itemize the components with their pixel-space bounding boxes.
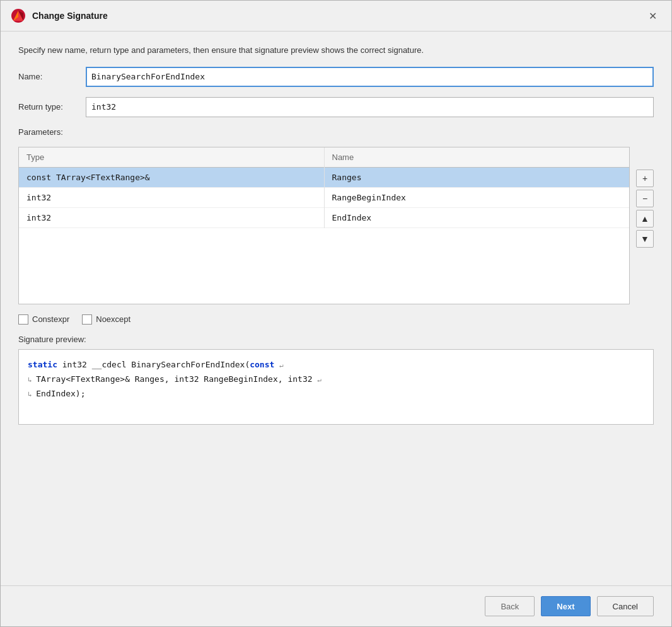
- sig-line1-rest: int32 __cdecl BinarySearchForEndIndex(: [62, 360, 250, 369]
- sig-wrap-icon-1: ↵: [279, 361, 284, 369]
- sig-const-keyword: const: [250, 360, 274, 369]
- table-empty-area: [19, 228, 629, 304]
- col-name-header: Name: [324, 147, 629, 168]
- name-input[interactable]: [86, 67, 654, 87]
- table-side-buttons: + − ▲ ▼: [636, 147, 654, 248]
- checkboxes-row: Constexpr Noexcept: [18, 314, 654, 325]
- sig-wrap-icon-4: ↳: [28, 390, 36, 398]
- name-label: Name:: [18, 72, 78, 81]
- return-type-row: Return type:: [18, 97, 654, 117]
- next-button[interactable]: Next: [541, 596, 590, 616]
- remove-param-button[interactable]: −: [636, 190, 654, 207]
- param-name-cell: RangeBeginIndex: [324, 187, 629, 207]
- move-up-button[interactable]: ▲: [636, 210, 654, 227]
- parameters-label: Parameters:: [18, 127, 654, 137]
- return-type-input[interactable]: [86, 97, 654, 117]
- table-header-row: Type Name: [19, 147, 629, 168]
- param-type-cell: int32: [19, 187, 324, 207]
- constexpr-checkbox[interactable]: Constexpr: [18, 314, 69, 325]
- title-bar: Change Signature ✕: [1, 1, 671, 32]
- table-row[interactable]: const TArray<FTextRange>&Ranges: [19, 167, 629, 187]
- sig-line3-rest: EndIndex);: [36, 389, 85, 398]
- signature-preview-section: Signature preview: static int32 __cdecl …: [18, 335, 654, 425]
- noexcept-checkbox[interactable]: Noexcept: [82, 314, 130, 325]
- param-type-cell: int32: [19, 207, 324, 227]
- move-down-button[interactable]: ▼: [636, 230, 654, 248]
- sig-line-3: ↳ EndIndex);: [28, 386, 644, 401]
- description-text: Specify new name, return type and parame…: [18, 44, 654, 57]
- sig-wrap-icon-3: ↵: [317, 376, 322, 384]
- dialog-content: Specify new name, return type and parame…: [1, 32, 671, 585]
- name-row: Name:: [18, 67, 654, 87]
- noexcept-checkbox-box[interactable]: [82, 314, 92, 325]
- change-signature-dialog: Change Signature ✕ Specify new name, ret…: [0, 0, 672, 627]
- noexcept-label: Noexcept: [96, 314, 130, 324]
- close-button[interactable]: ✕: [644, 7, 661, 25]
- table-row[interactable]: int32RangeBeginIndex: [19, 187, 629, 207]
- param-name-cell: Ranges: [324, 167, 629, 187]
- sig-line-1: static int32 __cdecl BinarySearchForEndI…: [28, 357, 644, 372]
- return-type-label: Return type:: [18, 102, 78, 112]
- dialog-footer: Back Next Cancel: [1, 585, 671, 626]
- back-button[interactable]: Back: [485, 596, 535, 616]
- dialog-title: Change Signature: [32, 11, 637, 21]
- param-type-cell: const TArray<FTextRange>&: [19, 167, 324, 187]
- signature-preview-box: static int32 __cdecl BinarySearchForEndI…: [18, 349, 654, 425]
- app-icon: [11, 8, 26, 23]
- constexpr-label: Constexpr: [32, 314, 69, 324]
- add-param-button[interactable]: +: [636, 170, 654, 187]
- constexpr-checkbox-box[interactable]: [18, 314, 28, 325]
- parameters-section: Type Name const TArray<FTextRange>&Range…: [18, 147, 654, 304]
- sig-line2-rest: TArray<FTextRange>& Ranges, int32 RangeB…: [36, 374, 312, 384]
- cancel-button[interactable]: Cancel: [597, 596, 654, 616]
- signature-preview-label: Signature preview:: [18, 335, 654, 344]
- sig-static-keyword: static: [28, 360, 57, 369]
- parameters-table: Type Name const TArray<FTextRange>&Range…: [19, 147, 629, 228]
- col-type-header: Type: [19, 147, 324, 168]
- parameters-table-container: Type Name const TArray<FTextRange>&Range…: [18, 147, 630, 304]
- sig-line-2: ↳ TArray<FTextRange>& Ranges, int32 Rang…: [28, 372, 644, 386]
- table-row[interactable]: int32EndIndex: [19, 207, 629, 227]
- sig-wrap-icon-2: ↳: [28, 376, 36, 384]
- param-name-cell: EndIndex: [324, 207, 629, 227]
